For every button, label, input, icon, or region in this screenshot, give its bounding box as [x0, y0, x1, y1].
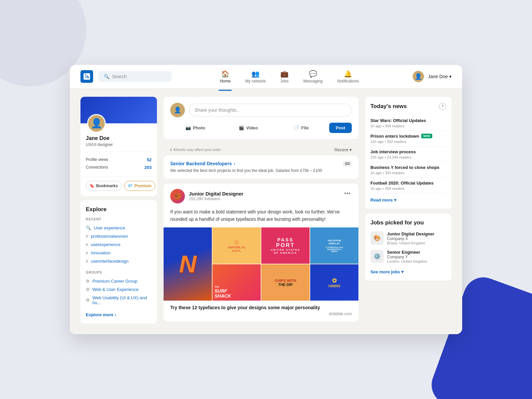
nav-jobs-label: Jobs	[280, 79, 289, 83]
feed-info-bar: ℹ Adverts may affect post order Recent ▾	[164, 144, 358, 156]
profile-stats: Profile views 52 Connections 203	[86, 152, 152, 171]
explore-group-web-usability[interactable]: ⚙ Web Usability (UI & UX) and ho...	[86, 294, 152, 307]
recent-dropdown[interactable]: Recent ▾	[334, 147, 352, 152]
news-meta-4: 1h ago • 309 readers	[370, 171, 446, 175]
news-item-prison[interactable]: Prison enters lockdown NEW 12h ago • 202…	[370, 131, 446, 147]
stat-row-views[interactable]: Profile views 52	[86, 156, 152, 164]
nav-item-notifications[interactable]: 🔔 Notifications	[336, 70, 360, 83]
job-location-1: Bristol, United Kingdom	[387, 241, 434, 245]
news-item-title-4: Business Y forced to close shops	[370, 165, 446, 170]
post-author-name[interactable]: Junior Digital Designer	[189, 191, 243, 197]
hashtag-icon-1: #	[86, 234, 88, 239]
ad-title: Senior Backend Developers ›	[170, 161, 322, 166]
hashtag-icon-3: #	[86, 250, 88, 255]
nav-item-jobs[interactable]: 💼 Jobs	[279, 70, 290, 83]
news-item-business[interactable]: Business Y forced to close shops 1h ago …	[370, 162, 446, 178]
linkedin-logo[interactable]	[80, 70, 93, 83]
job-logo-1: 🎨	[370, 231, 384, 245]
news-help-button[interactable]: ?	[439, 103, 446, 110]
user-name-nav[interactable]: Jane Doe ▾	[428, 74, 452, 79]
explore-item-ux[interactable]: 🔍 User experience	[86, 224, 152, 232]
photo-button[interactable]: 📷 Photo	[170, 123, 220, 133]
file-button[interactable]: 📄 File	[276, 123, 327, 133]
explore-more-link[interactable]: Explore more ›	[86, 312, 116, 317]
job-item-engineer[interactable]: ⚙️ Senior Engineer Company Y London, Uni…	[370, 250, 446, 263]
see-more-jobs-link[interactable]: See more jobs ▾	[370, 269, 404, 274]
explore-item-ue[interactable]: # userexperience	[86, 240, 152, 249]
post-author-avatar[interactable]: 🏀	[170, 189, 185, 203]
explore-group-web-ux[interactable]: ⚙ Web & User Experience	[86, 285, 152, 294]
news-meta-5: 1h ago • 309 readers	[370, 187, 446, 191]
post-composer: Share your thoughts.. 📷 Photo 🎬 Video 📄 …	[164, 97, 358, 139]
job-company-1: Company X	[387, 236, 434, 241]
file-icon: 📄	[294, 125, 299, 130]
ad-card: Senior Backend Developers › We selected …	[164, 156, 358, 179]
news-header: Today's news ?	[370, 103, 446, 110]
feed-info-text: ℹ Adverts may affect post order	[170, 148, 221, 152]
read-more-link[interactable]: Read more ▾	[370, 198, 396, 202]
composer-avatar	[170, 103, 185, 117]
nav-center: 🏠 Home 👥 My network 💼 Jobs 💬 Messaging 🔔…	[177, 70, 402, 83]
profile-actions: 🔖 Bookmarks 💎 Premium	[80, 177, 157, 196]
navbar: 🔍 Search 🏠 Home 👥 My network 💼 Jobs 💬 Me…	[70, 65, 462, 89]
profile-name: Jane Doe	[86, 135, 152, 141]
main-content: Jane Doe UX/UI designer Profile views 52…	[70, 89, 462, 334]
post-author: 🏀 Junior Digital Designer 153,390 follow…	[170, 189, 243, 203]
chevron-down-icon-feed: ▾	[349, 147, 352, 152]
explore-item-innovation[interactable]: # innovation	[86, 249, 152, 257]
notifications-icon: 🔔	[344, 70, 352, 78]
job-name-1: Junior Digital Designer	[387, 231, 434, 236]
connections-value: 203	[144, 165, 152, 170]
ad-title-link[interactable]: Senior Backend Developers	[170, 161, 232, 166]
group-icon-1: ⚙	[86, 279, 90, 284]
explore-group-premium[interactable]: ⚙ Premium Career Group	[86, 277, 152, 285]
post-header: 🏀 Junior Digital Designer 153,390 follow…	[164, 184, 358, 203]
group-icon-3: ⚙	[86, 298, 90, 303]
premium-button[interactable]: 💎 Premium	[124, 181, 155, 191]
nav-notifications-label: Notifications	[337, 79, 359, 83]
job-info-1: Junior Digital Designer Company X Bristo…	[387, 231, 434, 245]
nav-network-label: My network	[245, 79, 265, 83]
explore-card: Explore RECENT 🔍 User experience # profe…	[80, 200, 157, 324]
hashtag-icon-4: #	[86, 259, 88, 264]
news-item-football[interactable]: Football 2020: Official Updates 1h ago •…	[370, 178, 446, 194]
post-image: N ☺JUPITER, FLU.S.A. PASSPORTUNITED STAT…	[164, 227, 358, 301]
info-icon: ℹ	[170, 148, 172, 152]
news-item-starwars[interactable]: Star Wars: Official Updates 1h ago • 309…	[370, 115, 446, 131]
job-item-designer[interactable]: 🎨 Junior Digital Designer Company X Bris…	[370, 231, 446, 245]
bookmarks-button[interactable]: 🔖 Bookmarks	[86, 181, 121, 191]
nav-item-network[interactable]: 👥 My network	[244, 70, 267, 83]
stat-row-connections[interactable]: Connections 203	[86, 164, 152, 171]
nav-item-messaging[interactable]: 💬 Messaging	[302, 70, 324, 83]
post-more-button[interactable]: •••	[343, 189, 352, 199]
post-button[interactable]: Post	[329, 123, 352, 133]
composer-top: Share your thoughts..	[170, 103, 352, 117]
nav-item-home[interactable]: 🏠 Home	[218, 70, 232, 83]
news-item-title-1: Star Wars: Official Updates	[370, 118, 446, 123]
home-icon: 🏠	[221, 70, 229, 78]
composer-input[interactable]: Share your thoughts..	[189, 104, 352, 116]
job-name-2: Senior Engineer	[387, 250, 427, 255]
chevron-down-icon-news: ▾	[394, 198, 396, 202]
ad-chevron-icon: ›	[234, 161, 235, 166]
explore-title: Explore	[86, 206, 152, 213]
video-button[interactable]: 🎬 Video	[223, 123, 273, 133]
user-avatar-nav[interactable]	[413, 71, 424, 82]
ad-description: We selected the best tech projects to fi…	[170, 168, 322, 174]
job-logo-2: ⚙️	[370, 250, 384, 263]
profile-avatar[interactable]	[87, 114, 106, 133]
explore-item-uid[interactable]: # userinterfacedesign	[86, 257, 152, 265]
photo-icon: 📷	[186, 125, 191, 130]
search-small-icon: 🔍	[86, 225, 91, 230]
explore-recent-label: RECENT	[86, 217, 152, 221]
explore-item-pw[interactable]: # professionalwomen	[86, 232, 152, 240]
job-info-2: Senior Engineer Company Y London, United…	[387, 250, 427, 263]
search-bar[interactable]: 🔍 Search	[98, 71, 172, 82]
post-link-preview: Try these 12 typefaces to give your desi…	[164, 301, 358, 322]
news-item-interview[interactable]: Job interview process 23h ago • 23,349 r…	[370, 147, 446, 162]
browser-window: 🔍 Search 🏠 Home 👥 My network 💼 Jobs 💬 Me…	[70, 65, 462, 334]
profile-views-label: Profile views	[86, 157, 108, 162]
news-item-title-5: Football 2020: Official Updates	[370, 181, 446, 186]
link-title[interactable]: Try these 12 typefaces to give your desi…	[170, 305, 352, 310]
ad-content: Senior Backend Developers › We selected …	[170, 161, 322, 174]
